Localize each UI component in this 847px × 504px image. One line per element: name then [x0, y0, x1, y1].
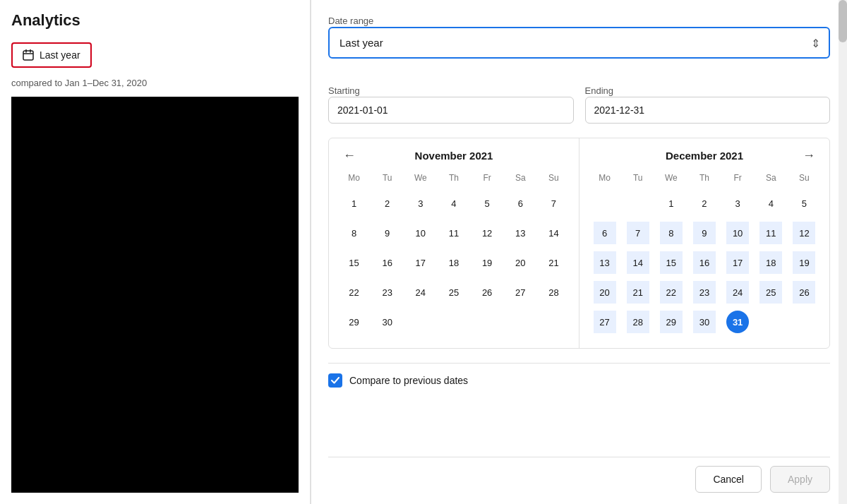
day-dec-18[interactable]: 18	[759, 251, 782, 274]
ending-input[interactable]	[585, 97, 831, 124]
day-dec-11[interactable]: 11	[759, 222, 782, 244]
starting-label: Starting	[328, 85, 360, 96]
day-dec-6[interactable]: 6	[594, 222, 616, 244]
day-dec-15[interactable]: 15	[660, 251, 683, 274]
day-2[interactable]: 2	[376, 192, 399, 215]
day-dec-12[interactable]: 12	[793, 222, 815, 244]
day-29[interactable]: 29	[343, 311, 366, 333]
table-cell	[788, 307, 821, 337]
table-cell: 28	[621, 307, 654, 337]
day-17[interactable]: 17	[409, 251, 432, 274]
day-dec-5[interactable]: 5	[793, 192, 815, 215]
day-18[interactable]: 18	[443, 251, 465, 274]
day-27[interactable]: 27	[509, 281, 531, 304]
day-dec-13[interactable]: 13	[594, 251, 616, 274]
day-3[interactable]: 3	[409, 192, 432, 215]
table-cell	[588, 188, 621, 218]
day-dec-25[interactable]: 25	[759, 281, 782, 304]
compare-checkbox[interactable]	[328, 373, 342, 388]
day-dec-31[interactable]: 31	[726, 311, 749, 333]
day-dec-8[interactable]: 8	[660, 222, 683, 244]
day-20[interactable]: 20	[509, 251, 531, 274]
day-dec-16[interactable]: 16	[693, 251, 716, 274]
day-30[interactable]: 30	[376, 311, 399, 333]
col-header-sa: Sa	[755, 170, 788, 188]
day-21[interactable]: 21	[542, 251, 565, 274]
day-13[interactable]: 13	[509, 222, 531, 244]
table-cell: 28	[537, 277, 570, 307]
day-dec-3[interactable]: 3	[726, 192, 749, 215]
starting-input[interactable]	[328, 97, 574, 124]
day-24[interactable]: 24	[409, 281, 432, 304]
day-dec-9[interactable]: 9	[693, 222, 716, 244]
table-row: 20 21 22 23 24 25 26	[588, 277, 821, 307]
table-cell: 6	[504, 188, 537, 218]
date-range-button[interactable]: Last year	[11, 42, 92, 68]
day-22[interactable]: 22	[343, 281, 366, 304]
next-month-button[interactable]: →	[797, 145, 821, 166]
day-1[interactable]: 1	[343, 192, 366, 215]
day-10[interactable]: 10	[409, 222, 432, 244]
day-dec-27[interactable]: 27	[594, 311, 616, 333]
day-28[interactable]: 28	[542, 281, 565, 304]
table-cell: 2	[687, 188, 721, 218]
day-dec-24[interactable]: 24	[726, 281, 749, 304]
day-4[interactable]: 4	[443, 192, 465, 215]
table-cell	[755, 307, 788, 337]
day-dec-19[interactable]: 19	[793, 251, 815, 274]
day-16[interactable]: 16	[376, 251, 399, 274]
day-dec-2[interactable]: 2	[693, 192, 716, 215]
day-19[interactable]: 19	[476, 251, 498, 274]
day-dec-1[interactable]: 1	[660, 192, 683, 215]
table-cell: 22	[654, 277, 687, 307]
ending-group: Ending	[585, 84, 831, 124]
left-panel: Analytics Last year compared to Jan 1–De…	[0, 0, 311, 504]
day-15[interactable]: 15	[343, 251, 366, 274]
day-25[interactable]: 25	[443, 281, 465, 304]
table-cell: 23	[371, 277, 404, 307]
day-26[interactable]: 26	[476, 281, 498, 304]
november-calendar: ← November 2021 Mo Tu We Th Fr Sa Su	[329, 138, 579, 348]
apply-button[interactable]: Apply	[770, 466, 830, 493]
col-header-mo: Mo	[337, 170, 371, 188]
table-cell: 19	[788, 248, 821, 277]
day-12[interactable]: 12	[476, 222, 498, 244]
table-cell: 20	[504, 248, 537, 277]
table-cell: 10	[404, 218, 437, 248]
day-dec-30[interactable]: 30	[693, 311, 716, 333]
day-7[interactable]: 7	[542, 192, 565, 215]
day-dec-29[interactable]: 29	[660, 311, 683, 333]
scrollbar-thumb[interactable]	[839, 0, 847, 42]
cancel-button[interactable]: Cancel	[695, 466, 762, 493]
day-dec-10[interactable]: 10	[726, 222, 749, 244]
day-dec-23[interactable]: 23	[693, 281, 716, 304]
date-range-select[interactable]: Last year Last 30 days Last 7 days Custo…	[328, 27, 830, 59]
table-cell: 9	[371, 218, 404, 248]
prev-month-button[interactable]: ←	[337, 145, 361, 166]
day-11[interactable]: 11	[443, 222, 465, 244]
day-9[interactable]: 9	[376, 222, 399, 244]
day-dec-28[interactable]: 28	[627, 311, 649, 333]
day-dec-20[interactable]: 20	[594, 281, 616, 304]
day-5[interactable]: 5	[476, 192, 498, 215]
table-cell: 27	[588, 307, 621, 337]
day-dec-14[interactable]: 14	[627, 251, 649, 274]
ending-label: Ending	[585, 85, 613, 96]
day-dec-21[interactable]: 21	[627, 281, 649, 304]
table-cell: 25	[437, 277, 470, 307]
col-header-tu: Tu	[371, 170, 404, 188]
day-dec-7[interactable]: 7	[627, 222, 649, 244]
day-dec-4[interactable]: 4	[759, 192, 782, 215]
col-header-fr: Fr	[721, 170, 755, 188]
day-8[interactable]: 8	[343, 222, 366, 244]
day-6[interactable]: 6	[509, 192, 531, 215]
november-grid: Mo Tu We Th Fr Sa Su 1 2 3 4	[337, 170, 570, 337]
day-dec-17[interactable]: 17	[726, 251, 749, 274]
day-23[interactable]: 23	[376, 281, 399, 304]
day-dec-26[interactable]: 26	[793, 281, 815, 304]
day-dec-22[interactable]: 22	[660, 281, 683, 304]
col-header-mo: Mo	[588, 170, 621, 188]
table-cell: 14	[621, 248, 654, 277]
day-14[interactable]: 14	[542, 222, 565, 244]
scrollbar-track[interactable]	[839, 0, 847, 504]
